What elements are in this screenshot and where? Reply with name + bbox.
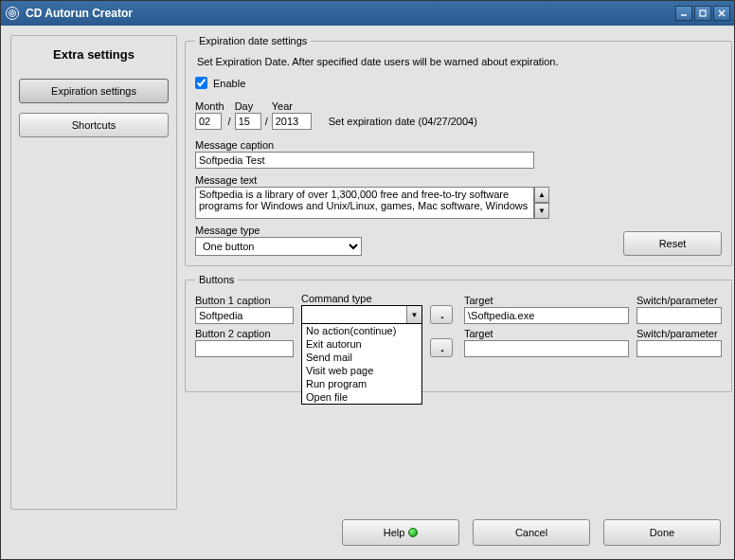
svg-rect-4: [700, 10, 706, 16]
dropdown-option[interactable]: Open file: [302, 390, 421, 404]
switch2-label: Switch/parameter: [636, 328, 722, 339]
main-panel: Expiration date settings Set Expiration …: [185, 35, 732, 510]
msg-caption-label: Message caption: [195, 139, 722, 151]
scroll-up-icon[interactable]: ▲: [534, 187, 549, 203]
minimize-button[interactable]: [675, 6, 692, 21]
command-type-select[interactable]: ▼: [301, 305, 422, 324]
target1-input[interactable]: [464, 307, 629, 324]
dropdown-option[interactable]: Run program: [302, 377, 421, 390]
browse-button-1[interactable]: ..: [430, 305, 453, 324]
date-hint: Set expiration date (04/27/2004): [329, 116, 477, 130]
button1-caption-input[interactable]: [195, 307, 294, 324]
title-bar: CD Autorun Creator: [1, 1, 734, 26]
command-type-label: Command type: [301, 293, 422, 304]
footer: Help Cancel Done: [10, 510, 725, 550]
done-button[interactable]: Done: [603, 519, 721, 546]
msg-type-label: Message type: [195, 225, 362, 236]
switch2-input[interactable]: [636, 340, 722, 357]
shortcuts-button[interactable]: Shortcuts: [19, 113, 169, 137]
app-icon: [5, 6, 20, 21]
browse-button-2[interactable]: ..: [430, 338, 453, 357]
day-input[interactable]: [235, 113, 261, 130]
cancel-button[interactable]: Cancel: [473, 519, 590, 546]
date-separator: /: [265, 116, 268, 130]
app-window: CD Autorun Creator Extra settings Expira…: [0, 0, 735, 560]
content-area: Extra settings Expiration settings Short…: [1, 26, 734, 559]
sidebar-title: Extra settings: [53, 47, 134, 62]
target2-input[interactable]: [464, 340, 629, 357]
target1-label: Target: [464, 295, 629, 306]
dropdown-option[interactable]: Exit autorun: [302, 337, 421, 351]
expiration-hint: Set Expiration Date. After specified dat…: [197, 56, 722, 67]
sidebar: Extra settings Expiration settings Short…: [10, 35, 177, 510]
month-input[interactable]: [195, 113, 222, 130]
reset-button[interactable]: Reset: [623, 231, 722, 256]
expiration-settings-button[interactable]: Expiration settings: [19, 79, 169, 103]
msg-text-area[interactable]: Softpedia is a library of over 1,300,000…: [195, 187, 534, 219]
enable-label: Enable: [213, 78, 245, 89]
year-label: Year: [272, 100, 312, 112]
month-label: Month: [195, 100, 224, 112]
enable-checkbox[interactable]: [195, 77, 207, 89]
scroll-down-icon[interactable]: ▼: [534, 203, 549, 219]
dropdown-option[interactable]: Send mail: [302, 351, 421, 364]
button2-caption-input[interactable]: [195, 340, 294, 357]
svg-point-1: [9, 10, 16, 17]
help-icon: [408, 528, 418, 537]
window-title: CD Autorun Creator: [26, 7, 673, 20]
help-button[interactable]: Help: [342, 519, 459, 546]
command-type-dropdown: No action(continue) Exit autorun Send ma…: [301, 323, 422, 405]
switch1-input[interactable]: [636, 307, 722, 324]
dropdown-option[interactable]: No action(continue): [302, 324, 421, 337]
svg-point-0: [7, 8, 19, 20]
switch1-label: Switch/parameter: [636, 295, 722, 306]
expiration-legend: Expiration date settings: [195, 35, 311, 46]
msg-caption-input[interactable]: [195, 152, 534, 169]
year-input[interactable]: [272, 113, 312, 130]
button2-caption-label: Button 2 caption: [195, 328, 294, 339]
dropdown-option[interactable]: Visit web page: [302, 364, 421, 377]
expiration-fieldset: Expiration date settings Set Expiration …: [185, 35, 732, 266]
msg-type-select[interactable]: One button: [195, 237, 362, 256]
button1-caption-label: Button 1 caption: [195, 295, 294, 306]
buttons-fieldset: Buttons Button 1 caption Command type ▼: [185, 274, 732, 392]
svg-point-2: [11, 12, 14, 15]
day-label: Day: [235, 100, 261, 112]
help-label: Help: [384, 527, 405, 538]
buttons-legend: Buttons: [195, 274, 238, 285]
maximize-button[interactable]: [694, 6, 711, 21]
date-separator: /: [228, 116, 231, 130]
close-button[interactable]: [713, 6, 730, 21]
chevron-down-icon: ▼: [406, 306, 421, 323]
target2-label: Target: [464, 328, 629, 339]
msg-text-label: Message text: [195, 174, 722, 186]
